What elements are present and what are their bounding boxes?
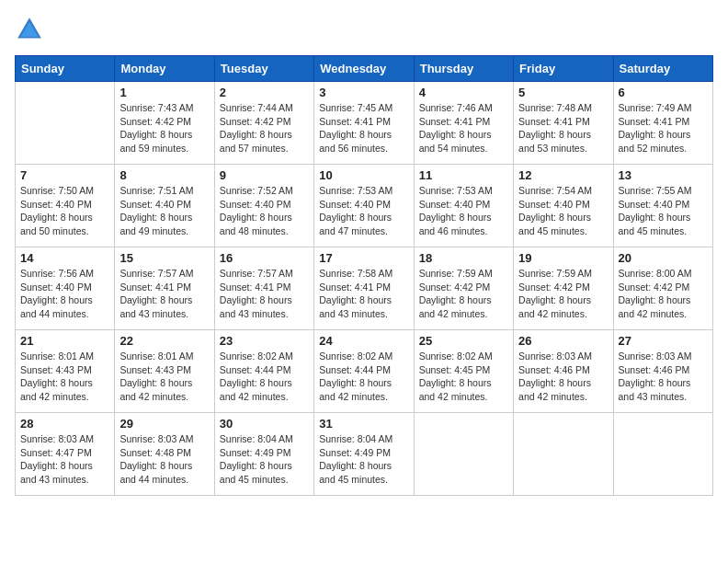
day-info: Sunrise: 7:55 AMSunset: 4:40 PMDaylight:…: [619, 184, 708, 238]
calendar-cell: 15Sunrise: 7:57 AMSunset: 4:41 PMDayligh…: [115, 247, 214, 330]
day-info: Sunrise: 7:54 AMSunset: 4:40 PMDaylight:…: [518, 184, 608, 238]
day-info: Sunrise: 7:45 AMSunset: 4:41 PMDaylight:…: [319, 101, 408, 155]
day-info: Sunrise: 8:02 AMSunset: 4:44 PMDaylight:…: [319, 350, 408, 404]
calendar-cell: 6Sunrise: 7:49 AMSunset: 4:41 PMDaylight…: [613, 82, 712, 165]
calendar-cell: 22Sunrise: 8:01 AMSunset: 4:43 PMDayligh…: [115, 330, 214, 413]
day-info: Sunrise: 8:03 AMSunset: 4:46 PMDaylight:…: [619, 350, 708, 404]
day-info: Sunrise: 7:57 AMSunset: 4:41 PMDaylight:…: [119, 267, 209, 321]
calendar-cell: 21Sunrise: 8:01 AMSunset: 4:43 PMDayligh…: [16, 330, 115, 413]
day-info: Sunrise: 8:03 AMSunset: 4:47 PMDaylight:…: [20, 432, 109, 487]
day-number: 1: [119, 86, 209, 99]
day-info: Sunrise: 7:51 AMSunset: 4:40 PMDaylight:…: [119, 184, 209, 238]
day-number: 12: [518, 168, 608, 182]
day-info: Sunrise: 7:53 AMSunset: 4:40 PMDaylight:…: [319, 184, 408, 238]
calendar-cell: 12Sunrise: 7:54 AMSunset: 4:40 PMDayligh…: [514, 165, 613, 247]
day-number: 28: [20, 417, 109, 431]
day-number: 31: [319, 417, 408, 431]
calendar-cell: 1Sunrise: 7:43 AMSunset: 4:42 PMDaylight…: [115, 82, 214, 165]
calendar-cell: [613, 413, 712, 496]
day-number: 29: [119, 417, 209, 431]
day-number: 15: [119, 251, 209, 265]
calendar-cell: 9Sunrise: 7:52 AMSunset: 4:40 PMDaylight…: [214, 165, 313, 247]
day-number: 16: [220, 251, 309, 265]
calendar-cell: [16, 82, 115, 165]
day-header-tuesday: Tuesday: [214, 56, 313, 82]
calendar-cell: 23Sunrise: 8:02 AMSunset: 4:44 PMDayligh…: [214, 330, 313, 413]
logo-icon: [15, 15, 44, 44]
day-number: 6: [619, 86, 708, 99]
day-number: 25: [419, 334, 508, 348]
day-number: 26: [518, 334, 608, 348]
day-number: 13: [619, 168, 708, 182]
calendar-cell: 8Sunrise: 7:51 AMSunset: 4:40 PMDaylight…: [115, 165, 214, 247]
calendar-cell: 19Sunrise: 7:59 AMSunset: 4:42 PMDayligh…: [514, 247, 613, 330]
day-header-sunday: Sunday: [16, 56, 115, 82]
calendar-cell: 20Sunrise: 8:00 AMSunset: 4:42 PMDayligh…: [613, 247, 712, 330]
calendar-cell: 7Sunrise: 7:50 AMSunset: 4:40 PMDaylight…: [16, 165, 115, 247]
day-info: Sunrise: 8:01 AMSunset: 4:43 PMDaylight:…: [20, 350, 109, 404]
day-info: Sunrise: 7:57 AMSunset: 4:41 PMDaylight:…: [220, 267, 309, 321]
calendar-cell: 30Sunrise: 8:04 AMSunset: 4:49 PMDayligh…: [214, 413, 313, 496]
page-header: [15, 15, 713, 44]
calendar-week-row: 21Sunrise: 8:01 AMSunset: 4:43 PMDayligh…: [16, 330, 713, 413]
calendar-week-row: 28Sunrise: 8:03 AMSunset: 4:47 PMDayligh…: [16, 413, 713, 496]
calendar-cell: 26Sunrise: 8:03 AMSunset: 4:46 PMDayligh…: [514, 330, 613, 413]
day-info: Sunrise: 8:02 AMSunset: 4:44 PMDaylight:…: [220, 350, 309, 404]
day-header-saturday: Saturday: [613, 56, 712, 82]
day-number: 18: [419, 251, 508, 265]
day-number: 14: [20, 251, 109, 265]
calendar-cell: 27Sunrise: 8:03 AMSunset: 4:46 PMDayligh…: [613, 330, 712, 413]
calendar-cell: 14Sunrise: 7:56 AMSunset: 4:40 PMDayligh…: [16, 247, 115, 330]
day-number: 3: [319, 86, 408, 99]
day-number: 8: [119, 168, 209, 182]
day-number: 9: [220, 168, 309, 182]
day-info: Sunrise: 7:56 AMSunset: 4:40 PMDaylight:…: [20, 267, 109, 321]
day-header-friday: Friday: [514, 56, 613, 82]
calendar-cell: 2Sunrise: 7:44 AMSunset: 4:42 PMDaylight…: [214, 82, 313, 165]
day-info: Sunrise: 8:04 AMSunset: 4:49 PMDaylight:…: [319, 432, 408, 487]
day-info: Sunrise: 7:43 AMSunset: 4:42 PMDaylight:…: [119, 101, 209, 155]
day-info: Sunrise: 8:02 AMSunset: 4:45 PMDaylight:…: [419, 350, 508, 404]
calendar-cell: 24Sunrise: 8:02 AMSunset: 4:44 PMDayligh…: [314, 330, 414, 413]
day-info: Sunrise: 8:03 AMSunset: 4:46 PMDaylight:…: [518, 350, 608, 404]
day-number: 30: [220, 417, 309, 431]
day-number: 5: [518, 86, 608, 99]
day-info: Sunrise: 8:01 AMSunset: 4:43 PMDaylight:…: [119, 350, 209, 404]
calendar-cell: 13Sunrise: 7:55 AMSunset: 4:40 PMDayligh…: [613, 165, 712, 247]
day-info: Sunrise: 8:00 AMSunset: 4:42 PMDaylight:…: [619, 267, 708, 321]
day-info: Sunrise: 7:59 AMSunset: 4:42 PMDaylight:…: [419, 267, 508, 321]
calendar-cell: 25Sunrise: 8:02 AMSunset: 4:45 PMDayligh…: [414, 330, 513, 413]
calendar-header-row: SundayMondayTuesdayWednesdayThursdayFrid…: [16, 56, 713, 82]
day-header-thursday: Thursday: [414, 56, 513, 82]
calendar-cell: [514, 413, 613, 496]
calendar-cell: 18Sunrise: 7:59 AMSunset: 4:42 PMDayligh…: [414, 247, 513, 330]
day-number: 27: [619, 334, 708, 348]
day-number: 2: [220, 86, 309, 99]
calendar-cell: 29Sunrise: 8:03 AMSunset: 4:48 PMDayligh…: [115, 413, 214, 496]
logo: [15, 15, 48, 44]
calendar-table: SundayMondayTuesdayWednesdayThursdayFrid…: [15, 55, 713, 496]
calendar-cell: 31Sunrise: 8:04 AMSunset: 4:49 PMDayligh…: [314, 413, 414, 496]
calendar-cell: 17Sunrise: 7:58 AMSunset: 4:41 PMDayligh…: [314, 247, 414, 330]
day-info: Sunrise: 7:53 AMSunset: 4:40 PMDaylight:…: [419, 184, 508, 238]
day-header-monday: Monday: [115, 56, 214, 82]
day-info: Sunrise: 8:03 AMSunset: 4:48 PMDaylight:…: [119, 432, 209, 487]
day-number: 17: [319, 251, 408, 265]
day-number: 10: [319, 168, 408, 182]
calendar-cell: 4Sunrise: 7:46 AMSunset: 4:41 PMDaylight…: [414, 82, 513, 165]
day-number: 23: [220, 334, 309, 348]
calendar-cell: 28Sunrise: 8:03 AMSunset: 4:47 PMDayligh…: [16, 413, 115, 496]
day-number: 7: [20, 168, 109, 182]
day-number: 4: [419, 86, 508, 99]
day-number: 22: [119, 334, 209, 348]
day-info: Sunrise: 7:48 AMSunset: 4:41 PMDaylight:…: [518, 101, 608, 155]
calendar-week-row: 14Sunrise: 7:56 AMSunset: 4:40 PMDayligh…: [16, 247, 713, 330]
day-info: Sunrise: 7:49 AMSunset: 4:41 PMDaylight:…: [619, 101, 708, 155]
day-number: 20: [619, 251, 708, 265]
day-number: 21: [20, 334, 109, 348]
day-header-wednesday: Wednesday: [314, 56, 414, 82]
day-info: Sunrise: 7:52 AMSunset: 4:40 PMDaylight:…: [220, 184, 309, 238]
calendar-cell: 16Sunrise: 7:57 AMSunset: 4:41 PMDayligh…: [214, 247, 313, 330]
calendar-cell: 3Sunrise: 7:45 AMSunset: 4:41 PMDaylight…: [314, 82, 414, 165]
day-info: Sunrise: 7:59 AMSunset: 4:42 PMDaylight:…: [518, 267, 608, 321]
